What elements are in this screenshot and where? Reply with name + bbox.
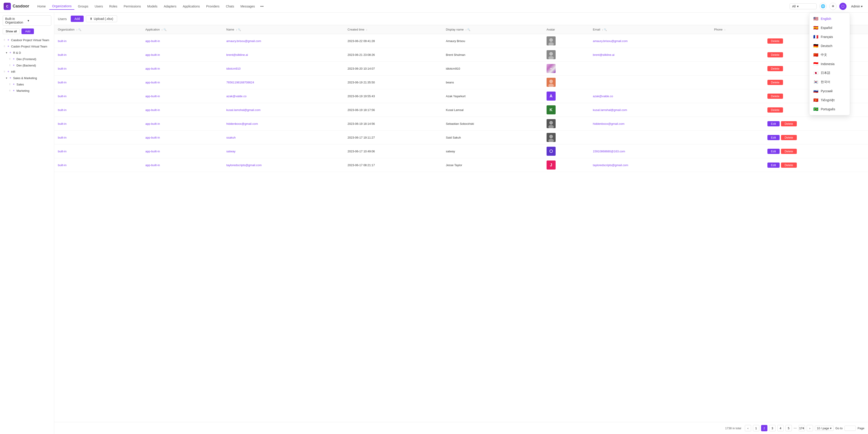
org-link[interactable]: built-in <box>58 94 66 98</box>
lang-item-français[interactable]: 🇫🇷Français <box>809 32 850 41</box>
search-select[interactable]: All ▾ <box>789 3 817 9</box>
show-all-button[interactable]: Show all <box>3 29 20 34</box>
nav-providers[interactable]: Providers <box>204 3 222 9</box>
name-link[interactable]: brent@silkline.ai <box>226 53 248 57</box>
email-link[interactable]: hiddenboox@gmail.com <box>593 122 625 125</box>
nav-more[interactable]: ••• <box>258 3 266 9</box>
lang-item-english[interactable]: 🇺🇸English <box>809 14 850 23</box>
sidebar-item-rd[interactable]: ▼ ⚬ R & D <box>0 50 54 56</box>
delete-button[interactable]: Delete <box>781 149 797 154</box>
delete-button[interactable]: Delete <box>767 94 783 99</box>
lang-item-español[interactable]: 🇪🇸Español <box>809 23 850 32</box>
nav-applications[interactable]: Applications <box>180 3 203 9</box>
nav-users[interactable]: Users <box>92 3 106 9</box>
admin-menu[interactable]: Admin ▾ <box>849 4 864 9</box>
name-link[interactable]: amaury.brisou@gmail.com <box>226 39 261 43</box>
nav-messages[interactable]: Messages <box>238 3 258 9</box>
delete-button[interactable]: Delete <box>781 121 797 126</box>
org-link[interactable]: built-in <box>58 81 66 84</box>
col-display-name[interactable]: Display name ↕ 🔍 <box>442 25 543 34</box>
pagination-next[interactable]: › <box>807 425 813 431</box>
page-174[interactable]: 174 <box>799 425 805 431</box>
nav-models[interactable]: Models <box>145 3 160 9</box>
app-link[interactable]: app-built-in <box>145 81 160 84</box>
app-link[interactable]: app-built-in <box>145 150 160 153</box>
sidebar-item-marketing[interactable]: ⠿ ⚬ Marketing <box>0 88 54 94</box>
nav-groups[interactable]: Groups <box>75 3 91 9</box>
page-1[interactable]: 1 <box>753 425 759 431</box>
email-link[interactable]: azak@valde.co <box>593 94 613 98</box>
org-link[interactable]: built-in <box>58 136 66 139</box>
col-phone[interactable]: Phone ↕ <box>710 25 764 34</box>
col-email[interactable]: Email ↕ 🔍 <box>589 25 710 34</box>
nav-chats[interactable]: Chats <box>223 3 237 9</box>
cube-button[interactable]: ⬡ <box>839 3 846 10</box>
col-organization[interactable]: Organization ↕ 🔍 <box>54 25 142 34</box>
col-name[interactable]: Name ↕ 🔍 <box>223 25 344 34</box>
sidebar-item-dev-backend[interactable]: ⠿ ⚬ Dev (Backend) <box>0 62 54 68</box>
lang-item-日本語[interactable]: 🇯🇵日本語 <box>809 68 850 78</box>
app-link[interactable]: app-built-in <box>145 108 160 112</box>
org-link[interactable]: built-in <box>58 122 66 125</box>
name-link[interactable]: kusal.lamshal@gmail.com <box>226 108 260 112</box>
edit-button[interactable]: Edit <box>767 121 780 126</box>
nav-permissions[interactable]: Permissions <box>121 3 144 9</box>
delete-button[interactable]: Delete <box>767 80 783 85</box>
delete-button[interactable]: Delete <box>767 52 783 57</box>
lang-item-中文[interactable]: 🇨🇳中文 <box>809 51 850 59</box>
org-link[interactable]: built-in <box>58 150 66 153</box>
name-link[interactable]: 76561198168708624 <box>226 81 254 84</box>
email-link[interactable]: kusal.lamshal@gmail.com <box>593 108 627 112</box>
name-link[interactable]: hiddenboox@gmail.com <box>226 122 258 125</box>
delete-button[interactable]: Delete <box>767 66 783 71</box>
col-application[interactable]: Application ↕ 🔍 <box>142 25 223 34</box>
email-link[interactable]: amaury.brisou@gmail.com <box>593 39 628 43</box>
org-link[interactable]: built-in <box>58 39 66 43</box>
sidebar-item-dev-frontend[interactable]: ⠿ ⚬ Dev (Frontend) <box>0 56 54 62</box>
email-link[interactable]: tayloredscripts@gmail.com <box>593 163 628 167</box>
pagination-prev[interactable]: ‹ <box>745 425 751 431</box>
upload-button[interactable]: ⬆ Upload (.xlsx) <box>86 16 117 22</box>
globe-button[interactable]: 🌐 <box>819 3 827 10</box>
name-link[interactable]: satway <box>226 150 235 153</box>
app-link[interactable]: app-built-in <box>145 94 160 98</box>
org-link[interactable]: built-in <box>58 53 66 57</box>
email-link[interactable]: brent@silkline.ai <box>593 53 615 57</box>
edit-button[interactable]: Edit <box>767 162 780 168</box>
app-link[interactable]: app-built-in <box>145 39 160 43</box>
lang-item-한국어[interactable]: 🇰🇷한국어 <box>809 78 850 87</box>
goto-input[interactable] <box>844 426 856 431</box>
org-link[interactable]: built-in <box>58 67 66 70</box>
nav-home[interactable]: Home <box>35 3 49 9</box>
sidebar-item-hr[interactable]: ⠿ ⚬ HR <box>0 68 54 75</box>
delete-button[interactable]: Delete <box>767 38 783 43</box>
nav-roles[interactable]: Roles <box>106 3 120 9</box>
org-selector[interactable]: Built-in Organization ▾ <box>3 16 51 26</box>
delete-button[interactable]: Delete <box>767 107 783 113</box>
delete-button[interactable]: Delete <box>781 162 797 168</box>
sidebar-item-sales[interactable]: ⠿ ⚬ Sales <box>0 81 54 88</box>
nav-organizations[interactable]: Organizations <box>49 3 74 10</box>
theme-button[interactable]: ☀ <box>829 3 837 10</box>
app-link[interactable]: app-built-in <box>145 122 160 125</box>
page-size-select[interactable]: 10 / page ▾ <box>815 426 834 431</box>
email-link[interactable]: 15910868680@163.com <box>593 150 625 153</box>
page-2[interactable]: 2 <box>761 425 767 431</box>
app-link[interactable]: app-built-in <box>145 53 160 57</box>
name-link[interactable]: azak@valde.co <box>226 94 246 98</box>
name-link[interactable]: ssakuh <box>226 136 236 139</box>
org-link[interactable]: built-in <box>58 163 66 167</box>
sidebar-item-sales-marketing[interactable]: ▼ ⚬ Sales & Marketing <box>0 75 54 81</box>
page-5[interactable]: 5 <box>785 425 792 431</box>
page-3[interactable]: 3 <box>769 425 776 431</box>
edit-button[interactable]: Edit <box>767 149 780 154</box>
name-link[interactable]: idiotcm910 <box>226 67 241 70</box>
name-link[interactable]: tayloredscripts@gmail.com <box>226 163 261 167</box>
col-created-time[interactable]: Created time ↕ <box>344 25 442 34</box>
app-link[interactable]: app-built-in <box>145 136 160 139</box>
lang-item-tiếngviệt[interactable]: 🇻🇳TiếngViệt <box>809 96 850 105</box>
nav-adapters[interactable]: Adapters <box>161 3 179 9</box>
org-link[interactable]: built-in <box>58 108 66 112</box>
delete-button[interactable]: Delete <box>781 135 797 140</box>
sidebar-item-casbin-team[interactable]: ⠿ ⚬ Casbin Project Virtual Team <box>0 43 54 50</box>
